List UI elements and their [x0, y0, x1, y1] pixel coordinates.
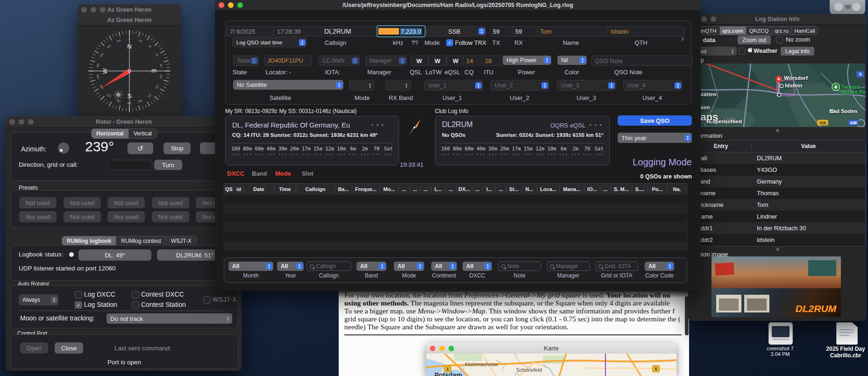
table-row[interactable]: Addr1 In der Ritzbach 30 — [690, 222, 865, 234]
preset-button[interactable]: Not used — [64, 197, 101, 208]
column-header[interactable]: ... — [410, 186, 420, 193]
column-header[interactable]: S. M... — [611, 186, 632, 193]
log-table-row[interactable] — [224, 195, 687, 204]
preset-button[interactable]: Not used — [107, 197, 145, 208]
column-header[interactable]: Time — [274, 186, 296, 193]
more-options-button[interactable]: • • • — [590, 122, 603, 128]
column-header[interactable]: Mana... — [560, 186, 584, 193]
column-header[interactable]: ... — [472, 186, 483, 193]
filter-select[interactable]: All▲▼ — [645, 262, 674, 271]
column-header[interactable]: Callsign — [296, 186, 335, 193]
power-dropdown[interactable]: High Power▲▼ — [503, 56, 551, 65]
filter-search-input[interactable]: Grid, IOTA — [595, 262, 638, 271]
weather-checkbox[interactable] — [739, 48, 746, 55]
tracking-dropdown[interactable]: Do not track▲▼ — [107, 313, 232, 324]
iota-dropdown[interactable]: CC-NNN▲▼ — [318, 56, 360, 66]
column-header[interactable]: Mo... — [380, 186, 399, 193]
table-row[interactable]: Fname Thomas — [690, 187, 865, 199]
desktop-icon-cabrillo[interactable] — [836, 322, 858, 345]
preset-button[interactable]: Not used — [64, 211, 101, 222]
table-row[interactable]: Aliases Y43GO — [690, 164, 865, 176]
lookup-source-tab[interactable]: qrz.com — [720, 27, 747, 35]
column-header[interactable]: ... — [600, 186, 611, 193]
frequency-field[interactable]: 7,223.0 — [377, 25, 426, 37]
log-table-row[interactable] — [224, 232, 687, 241]
az-titlebar[interactable]: Az Green Heron — [78, 4, 181, 16]
table-row[interactable]: Nickname Tom — [690, 199, 865, 211]
column-header[interactable]: ... — [496, 186, 506, 193]
checkbox[interactable] — [203, 296, 211, 304]
karte-map[interactable]: KleinmachnowPotsdamSchönefeldGroßbeerenZ… — [426, 354, 676, 376]
user1-dropdown[interactable]: User_1▲▼ — [424, 80, 483, 91]
manager-dropdown[interactable]: Manager▲▼ — [365, 56, 407, 66]
desktop-icon-screenshot[interactable] — [768, 322, 793, 345]
log-table-row[interactable] — [224, 241, 687, 251]
column-header[interactable]: Na. — [667, 186, 687, 193]
filter-search-input[interactable]: Manager — [547, 262, 590, 271]
filter-select[interactable]: All▲▼ — [356, 262, 386, 271]
station-map[interactable]: WörsdorfIdsteinNastättenhausenMapsLegalE… — [690, 64, 865, 127]
state-dropdown[interactable]: State▲▼ — [233, 56, 259, 66]
no-zoom-checkbox[interactable] — [776, 36, 783, 43]
follow-trx-checkbox[interactable]: ✓ — [446, 39, 453, 46]
rotate-button[interactable]: ↺ — [128, 142, 153, 154]
locator-field[interactable]: JO40DF11PU — [264, 56, 312, 66]
log-table-row[interactable] — [224, 223, 687, 232]
column-header[interactable]: S.... — [632, 186, 648, 193]
log-table-body[interactable] — [224, 195, 687, 251]
checkbox[interactable] — [132, 291, 139, 298]
column-header[interactable]: id — [234, 186, 244, 193]
checkbox[interactable]: ✓ — [75, 301, 82, 309]
azimuth-knob[interactable] — [58, 142, 69, 154]
station-image[interactable]: DL2RUM — [711, 256, 841, 317]
expand-chevron-icon[interactable]: › — [681, 34, 684, 43]
qso-start-dropdown[interactable]: Log QSO start time▲▼ — [232, 37, 307, 47]
user4-dropdown[interactable]: User_4▲▼ — [623, 80, 683, 91]
stop-button[interactable]: Stop — [164, 142, 191, 154]
satellite-dropdown[interactable]: No Satellite▲▼ — [233, 80, 343, 90]
color-dropdown[interactable]: Nil▲▼ — [557, 56, 587, 65]
filter-search-input[interactable]: Callsign — [306, 262, 351, 271]
sat-mode-dropdown[interactable]: ▲▼ — [349, 80, 375, 91]
column-header[interactable]: Loca... — [537, 186, 560, 193]
checkbox[interactable] — [132, 301, 139, 309]
column-header[interactable]: QS — [224, 186, 234, 193]
mode-dropdown[interactable]: SSB▲▼ — [426, 26, 486, 36]
desktop-icon-screenshot-label[interactable]: creenshot 7 3.04 PM — [756, 346, 804, 357]
table-row[interactable]: Addr2 Idstein — [690, 234, 865, 246]
desktop-icon-cabrillo-label[interactable]: 2025 Field Day Cabrillo.cbr — [820, 346, 868, 359]
rx-band-dropdown[interactable]: ▲▼ — [385, 80, 411, 91]
preset-button[interactable]: Not used — [19, 197, 57, 208]
tab-wsjt-x[interactable]: WSJT-X — [166, 236, 196, 246]
save-qso-button[interactable]: Save QSO — [618, 115, 692, 126]
filter-search-input[interactable]: Note — [498, 262, 541, 271]
station-titlebar[interactable]: Log Station Info — [688, 14, 867, 25]
tab-vertical[interactable]: Vertical — [129, 129, 157, 138]
column-header[interactable]: N... — [522, 186, 537, 193]
lookup-source-tab[interactable]: HamCall — [792, 27, 818, 35]
user2-dropdown[interactable]: User_2▲▼ — [491, 80, 549, 91]
filter-select[interactable]: All▲▼ — [394, 262, 424, 271]
filter-select[interactable]: All▲▼ — [228, 262, 273, 271]
award-tab[interactable]: Slot — [302, 170, 313, 177]
preset-button[interactable]: Not used — [107, 211, 145, 222]
more-options-button[interactable]: • • • — [371, 122, 384, 128]
tab-horizontal[interactable]: Horizontal — [92, 129, 129, 138]
column-header[interactable]: St... — [506, 186, 522, 193]
rx-rst-field[interactable]: 59 — [512, 26, 539, 36]
dl-bearing-button[interactable]: DL: 49° — [78, 249, 151, 261]
qso-note-field[interactable]: QSO Note — [591, 56, 693, 66]
turn-button[interactable]: Turn — [154, 160, 182, 170]
filter-select[interactable]: All▲▼ — [277, 262, 304, 271]
date-field[interactable]: 7/ 6/2025 — [227, 26, 274, 36]
splitter-handle[interactable] — [776, 129, 779, 132]
log-table-row[interactable] — [224, 204, 687, 213]
qsl-w-field[interactable]: W — [410, 56, 428, 66]
lotw-w-field[interactable]: W — [428, 56, 447, 66]
lookup-source-tab[interactable]: qrz.ru — [772, 27, 791, 35]
tab-rumlog-logbook[interactable]: RUMlog logbook — [62, 236, 116, 246]
column-header[interactable]: IO... — [584, 186, 600, 193]
filter-select[interactable]: All▲▼ — [462, 262, 492, 271]
splitter-handle[interactable] — [776, 248, 779, 251]
preset-button[interactable]: Not used — [152, 197, 189, 208]
